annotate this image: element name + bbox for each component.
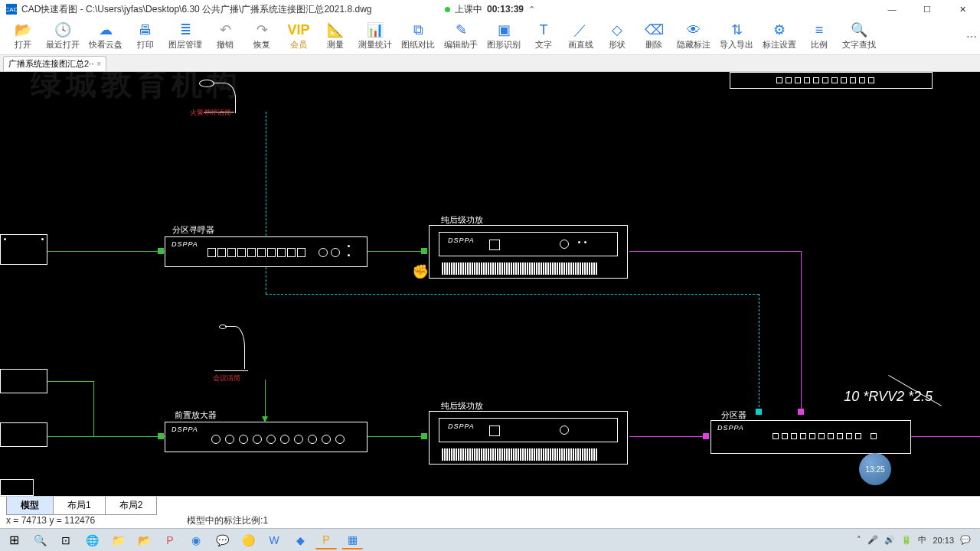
undo-button[interactable]: ↶撤销 <box>207 19 243 54</box>
tray-chevron-icon[interactable]: ˄ <box>857 535 861 545</box>
arrow-icon <box>158 248 164 254</box>
import-export-button[interactable]: ⇅导入导出 <box>715 19 758 54</box>
brand-label: DSPPA <box>717 424 744 432</box>
equipment-left-2b <box>0 422 47 447</box>
coordinates: x = 74713 y = 112476 <box>6 515 95 526</box>
drawing-canvas[interactable]: 绿城教育机构 火警寻呼话筒 分区寻呼器 DSPPA 纯后级功放 DSPPA <box>0 72 980 496</box>
clock-icon: 🕓 <box>54 22 71 37</box>
amp1-label: 纯后级功放 <box>441 214 483 226</box>
browser2-icon[interactable]: ◉ <box>185 531 207 549</box>
arrow-icon <box>756 409 762 415</box>
arrow-icon <box>421 433 427 439</box>
ppt-running-icon[interactable]: P <box>315 531 337 549</box>
shape-icon: ◇ <box>612 22 622 37</box>
volume-icon[interactable]: 🔊 <box>884 535 895 545</box>
document-tab[interactable]: 广播系统连接图汇总2·· × <box>3 56 106 71</box>
knob-row <box>211 435 345 444</box>
microphone-icon[interactable]: 🎤 <box>867 535 878 545</box>
notifications-icon[interactable]: 💬 <box>960 535 971 545</box>
equipment-rack-top <box>730 72 933 89</box>
edit-helper-button[interactable]: ✎编辑助手 <box>439 19 482 54</box>
open-button[interactable]: 📂打开 <box>5 19 41 54</box>
bubble-time: 13:25 <box>865 465 884 474</box>
start-button[interactable]: ⊞ <box>3 531 24 549</box>
cad-running-icon[interactable]: ▦ <box>341 531 363 549</box>
folder-icon[interactable]: 📂 <box>133 531 155 549</box>
slot-row <box>207 248 305 257</box>
app-name: CAD快速看图 <box>21 4 77 15</box>
recent-button[interactable]: 🕓最近打开 <box>41 19 84 54</box>
measure-stats-button[interactable]: 📊测量统计 <box>354 19 397 54</box>
compare-button[interactable]: ⧉图纸对比 <box>397 19 439 54</box>
tab-model[interactable]: 模型 <box>6 497 54 515</box>
printer-icon: 🖶 <box>139 22 152 37</box>
wire-cyan-a <box>266 267 266 294</box>
wire-magenta-2 <box>629 436 706 437</box>
toolbar-more-icon[interactable]: ⋯ <box>966 31 977 43</box>
zoner-label: 分区器 <box>721 409 746 421</box>
redo-button[interactable]: ↷恢复 <box>243 19 280 54</box>
hide-anno-button[interactable]: 👁隐藏标注 <box>672 19 715 54</box>
ruler-icon: 📐 <box>327 22 344 37</box>
shape-button[interactable]: ◇形状 <box>599 19 635 54</box>
line-icon: ／ <box>573 22 587 37</box>
mic2-label: 会议话筒 <box>213 373 240 383</box>
recognize-button[interactable]: ▣图形识别 <box>482 19 525 54</box>
app-icon: CAD <box>6 4 17 15</box>
cloud-button[interactable]: ☁快看云盘 <box>84 19 127 54</box>
edge-icon[interactable]: 🌐 <box>81 531 103 549</box>
compare-icon: ⧉ <box>413 22 423 37</box>
close-tab-icon[interactable]: × <box>96 60 101 68</box>
app-icon[interactable]: ◆ <box>289 531 311 549</box>
line-button[interactable]: ／画直线 <box>562 19 599 54</box>
wire-green-2c <box>368 436 423 437</box>
brand-label: DSPPA <box>172 240 198 248</box>
scale-readout: 模型中的标注比例:1 <box>187 514 268 527</box>
wire-green-mic2 <box>265 380 266 422</box>
close-button[interactable]: ✕ <box>945 0 980 18</box>
find-text-button[interactable]: 🔍文字查找 <box>838 19 880 54</box>
vip-icon: VIP <box>287 22 309 37</box>
layer-button[interactable]: ≣图层管理 <box>164 19 207 54</box>
vip-button[interactable]: VIP会员 <box>280 19 317 54</box>
zone-pager-label: 分区寻呼器 <box>172 224 214 236</box>
maximize-button[interactable]: ☐ <box>910 0 945 18</box>
word-icon[interactable]: W <box>263 531 285 549</box>
delete-button[interactable]: ⌫删除 <box>635 19 672 54</box>
battery-icon[interactable]: 🔋 <box>901 535 912 545</box>
eraser-icon: ⌫ <box>645 22 664 37</box>
document-tab-label: 广播系统连接图汇总2·· <box>8 58 93 70</box>
edit-icon: ✎ <box>456 22 467 37</box>
ime-indicator[interactable]: 中 <box>918 534 926 546</box>
redo-icon: ↷ <box>256 22 268 37</box>
task-view-button[interactable]: ⊡ <box>55 531 77 549</box>
mic1-label: 火警寻呼话筒 <box>190 108 231 118</box>
status-label: 上课中 <box>455 3 482 16</box>
scale-button[interactable]: ≡比例 <box>801 19 838 54</box>
status-dot-icon <box>445 7 450 12</box>
stats-icon: 📊 <box>367 22 384 37</box>
tab-layout1[interactable]: 布局1 <box>53 497 106 515</box>
wire-green-2a <box>47 381 93 382</box>
clock[interactable]: 20:13 <box>933 536 954 545</box>
powerpoint-icon[interactable]: P <box>159 531 181 549</box>
minimize-button[interactable]: — <box>874 0 910 18</box>
wechat-icon[interactable]: 💬 <box>211 531 233 549</box>
file-path: C:\Users\jyfas\Desktop\6.30 公共广播\广播系统连接图… <box>86 4 371 15</box>
tab-layout2[interactable]: 布局2 <box>105 497 158 515</box>
chrome-icon[interactable]: 🟡 <box>237 531 259 549</box>
arrow-icon <box>703 433 709 439</box>
print-button[interactable]: 🖶打印 <box>127 19 164 54</box>
search-button[interactable]: 🔍 <box>29 531 51 549</box>
file-explorer-icon[interactable]: 📁 <box>107 531 129 549</box>
window-controls: — ☐ ✕ <box>874 0 980 18</box>
scale-icon: ≡ <box>815 22 824 37</box>
text-button[interactable]: T文字 <box>525 19 562 54</box>
chevron-up-icon[interactable]: ⌃ <box>528 5 535 15</box>
document-tabstrip: 广播系统连接图汇总2·· × <box>0 55 980 72</box>
text-icon: T <box>540 22 548 37</box>
measure-button[interactable]: 📐测量 <box>317 19 354 54</box>
anno-settings-button[interactable]: ⚙标注设置 <box>758 19 801 54</box>
import-export-icon: ⇅ <box>731 22 743 37</box>
search-icon: 🔍 <box>851 22 867 37</box>
